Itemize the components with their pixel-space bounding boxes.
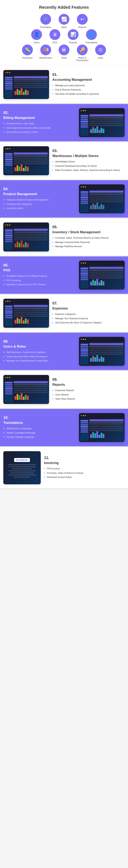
icon-taxes[interactable]: 🏛 Taxes <box>56 44 72 62</box>
feature-bullet: POS Invoicing <box>3 279 76 282</box>
feature-bullet: Add Dynamic Languages <box>3 427 76 430</box>
feature-screenshot-8 <box>79 337 125 366</box>
feature-bullet: Generate bills in easy steps <box>3 122 76 125</box>
feature-screenshot-10 <box>79 413 125 442</box>
features-container: 01. Accounting Management Manage your pa… <box>0 66 128 489</box>
feature-bullet: Manage Customer/Sale Payments <box>52 241 125 244</box>
icon-purchases[interactable]: 🛒 Purchases <box>37 14 54 28</box>
feature-bullet: Filter Purchases, Sales, Returns, Expens… <box>52 168 125 172</box>
warehouses-icon: 🏭 <box>40 44 51 55</box>
feature-title: Product Management <box>3 192 76 196</box>
feature-title: Translations <box>3 421 76 425</box>
feature-bullet: Create Dynamic Roles With Permissions <box>3 355 76 358</box>
feature-inner: 04. Product Management Category, Brand &… <box>3 184 125 213</box>
feature-bullet: Update Translation Message <box>3 431 76 434</box>
taxes-icon: 🏛 <box>59 44 69 55</box>
feature-section-11: StockMaster 11. Invoicing POS Invoice <box>0 447 128 489</box>
feature-text-11: 11. Invoicing POS Invoice Purchase, Sale… <box>44 456 125 480</box>
feature-number: 11. <box>44 456 125 460</box>
feature-section-6: 06. POS Simplified Interface For Selling… <box>0 256 128 294</box>
feature-text-3: 03. Warehouses / Multiple Stores Add Mul… <box>52 149 125 173</box>
icons-row1: 🛒 Purchases 📈 Sales ↩ Returns <box>3 14 125 28</box>
feature-inner: 09. Reports Payments Reports User Report… <box>3 375 125 404</box>
feature-title: Invoicing <box>44 461 125 465</box>
feature-inner: StockMaster 11. Invoicing POS Invoice <box>3 451 125 484</box>
feature-title: Reports <box>52 383 125 387</box>
icon-roles[interactable]: 🔑 Roles & Permissions <box>74 44 91 62</box>
feature-bullet: POS Invoice <box>44 467 125 470</box>
roles-label: Roles & Permissions <box>74 57 91 62</box>
icon-warehouses[interactable]: 🏭 Warehouses <box>37 44 54 62</box>
feature-number: 10. <box>3 415 76 420</box>
feature-inner: 10. Translations Add Dynamic Languages U… <box>3 413 125 442</box>
reports-icon: 📊 <box>68 29 79 40</box>
units-label: Units <box>98 57 103 59</box>
feature-bullet: Get Expenses By Store Or Expense Categor… <box>52 321 125 324</box>
icon-translations[interactable]: 🌐 Translations <box>83 29 100 44</box>
feature-number: 03. <box>52 149 125 153</box>
feature-list: Expense Categories Manage Your Business … <box>52 313 125 324</box>
feature-number: 07. <box>52 301 125 306</box>
reports-label: Reports <box>69 41 77 44</box>
pos-label: POS <box>52 41 57 44</box>
feature-section-5: 05. Inventory / Stock Management Purchas… <box>0 218 128 256</box>
feature-bullet: Manage your party payments <box>52 84 125 87</box>
feature-section-3: 03. Warehouses / Multiple Stores Add Mul… <box>0 142 128 179</box>
purchases-label: Purchases <box>40 26 51 28</box>
feature-bullet: Low Stock Alerts <box>3 207 76 210</box>
feature-list: Add Dynamic Languages Update Translation… <box>3 427 76 439</box>
feature-title: Billing Management <box>3 116 76 120</box>
taxes-label: Taxes <box>61 57 67 59</box>
feature-screenshot-5 <box>3 222 49 251</box>
icon-sales[interactable]: 📈 Sales <box>56 14 72 28</box>
feature-number: 08. <box>3 339 76 344</box>
feature-screenshot-6 <box>79 260 125 289</box>
feature-title: Warehouses / Multiple Stores <box>52 154 125 158</box>
expenses-label: Expenses <box>22 57 32 59</box>
feature-text-9: 09. Reports Payments Reports User Report… <box>52 377 125 402</box>
feature-screenshot-9 <box>3 375 49 404</box>
feature-bullet: Powerful Dashboard According To Stores <box>52 164 125 167</box>
feature-bullet: Get party full details according to paym… <box>52 92 125 95</box>
feature-title: Accounting Management <box>52 78 125 82</box>
icon-returns[interactable]: ↩ Returns <box>74 14 91 28</box>
feature-bullet: Download Invoice button <box>44 476 125 479</box>
feature-number: 04. <box>3 187 76 191</box>
feature-text-7: 07. Expenses Expense Categories Manage Y… <box>52 301 125 326</box>
feature-list: POS Invoice Purchase, Sales & Returns In… <box>44 467 125 479</box>
feature-bullet: Unlimited Sub Categories <box>3 203 76 206</box>
icon-reports[interactable]: 📊 Reports <box>65 29 81 44</box>
feature-inner: 08. Users & Roles Staff Members, Custome… <box>3 337 125 366</box>
feature-bullet: Payments Reports <box>52 389 125 392</box>
feature-inner: 01. Accounting Management Manage your pa… <box>3 70 125 99</box>
icon-users[interactable]: 👤 Users <box>28 29 45 44</box>
page-title: Recently Added Features <box>3 5 125 10</box>
section-divider <box>0 489 128 489</box>
feature-inner: 06. POS Simplified Interface For Selling… <box>3 260 125 289</box>
feature-list: Add Multiple Stores Powerful Dashboard A… <box>52 160 125 172</box>
feature-number: 02. <box>3 111 76 115</box>
feature-section-4: 04. Product Management Category, Brand &… <box>0 180 128 218</box>
icon-expenses[interactable]: 💸 Expenses <box>19 44 36 62</box>
feature-title: Expenses <box>52 306 125 311</box>
feature-bullet: Pay & Receive Payments <box>52 88 125 91</box>
feature-screenshot-1 <box>3 70 49 99</box>
icon-units[interactable]: ⚖ Units <box>92 44 109 62</box>
feature-bullet: Manage Your Staff Members Using Roles <box>3 359 76 362</box>
feature-screenshot-2 <box>79 108 125 137</box>
invoice-image: StockMaster <box>3 451 41 484</box>
icon-pos[interactable]: 🖥 POS <box>47 29 63 44</box>
feature-list: Purchase, Sales, Purchase Returns & Sale… <box>52 236 125 248</box>
feature-screenshot-4 <box>79 184 125 213</box>
feature-section-10: 10. Translations Add Dynamic Languages U… <box>0 409 128 446</box>
icons-row3: 💸 Expenses 🏭 Warehouses 🏛 Taxes 🔑 Roles … <box>3 44 125 62</box>
users-label: Users <box>34 41 40 44</box>
feature-bullet: Expense Categories <box>52 313 125 316</box>
feature-list: Staff Members, Customers & Suppliers Cre… <box>3 351 76 362</box>
translations-label: Translations <box>85 41 98 44</box>
icons-row2: 👤 Users 🖥 POS 📊 Reports 🌐 Translations <box>3 29 125 44</box>
feature-inner: 07. Expenses Expense Categories Manage Y… <box>3 299 125 328</box>
feature-bullet: Sort parties according to orders <box>3 130 76 134</box>
feature-list: Manage your party payments Pay & Receive… <box>52 84 125 95</box>
returns-label: Returns <box>78 26 86 28</box>
